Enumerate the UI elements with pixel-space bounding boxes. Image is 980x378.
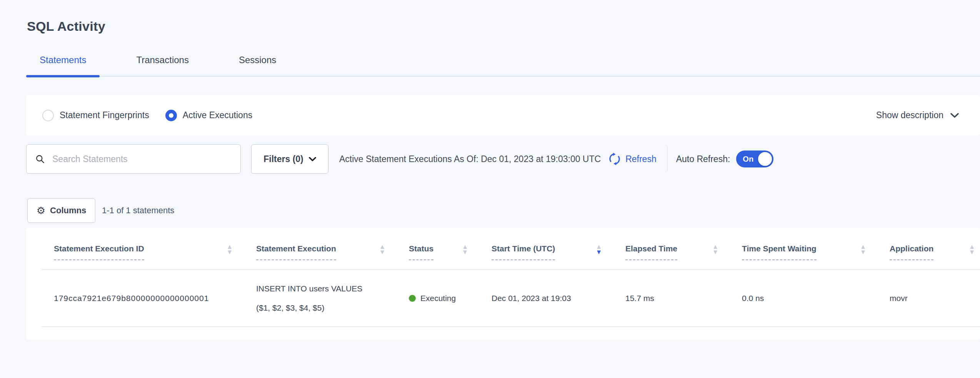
column-header-start-time[interactable]: Start Time (UTC) ▲▼ xyxy=(492,244,625,269)
toggle-knob-icon xyxy=(758,152,772,166)
auto-refresh-toggle[interactable]: On xyxy=(736,151,773,167)
sort-arrows-icon: ▲▼ xyxy=(463,244,467,254)
sort-arrows-icon: ▲▼ xyxy=(970,244,974,254)
view-mode-card: Statement Fingerprints Active Executions… xyxy=(26,95,980,135)
table-row: 179cca7921e679b80000000000000001 INSERT … xyxy=(42,270,980,327)
refresh-icon xyxy=(608,152,622,166)
search-input[interactable] xyxy=(52,154,237,165)
column-header-statement-execution[interactable]: Statement Execution ▲▼ xyxy=(256,244,409,269)
statements-table-card: Statement Execution ID ▲▼ Statement Exec… xyxy=(26,228,980,340)
filters-label: Filters (0) xyxy=(263,154,303,164)
result-count: 1-1 of 1 statements xyxy=(102,206,174,216)
radio-statement-fingerprints[interactable]: Statement Fingerprints xyxy=(42,110,149,121)
page-title: SQL Activity xyxy=(27,19,105,34)
view-mode-radio-group: Statement Fingerprints Active Executions xyxy=(42,110,252,121)
search-icon xyxy=(35,154,45,164)
sort-arrows-icon: ▲▼ xyxy=(713,244,717,254)
refresh-button[interactable]: Refresh xyxy=(608,152,657,166)
table-toolbar: ⚙ Columns 1-1 of 1 statements xyxy=(27,198,174,223)
cell-statement: INSERT INTO users VALUES ($1, $2, $3, $4… xyxy=(256,279,409,318)
chevron-down-icon xyxy=(309,157,316,162)
cell-execution-id: 179cca7921e679b80000000000000001 xyxy=(42,294,256,303)
cell-status: Executing xyxy=(409,294,492,303)
columns-label: Columns xyxy=(50,206,86,216)
column-header-statement-execution-id[interactable]: Statement Execution ID ▲▼ xyxy=(42,244,256,269)
show-description-toggle[interactable]: Show description xyxy=(876,110,959,120)
radio-label: Active Executions xyxy=(183,110,253,120)
as-of-label: Active Statement Executions As Of: Dec 0… xyxy=(339,154,601,164)
radio-circle-icon xyxy=(42,110,54,121)
refresh-label: Refresh xyxy=(625,154,657,164)
vertical-divider xyxy=(667,147,668,171)
column-header-elapsed-time[interactable]: Elapsed Time ▲▼ xyxy=(625,244,742,269)
tab-statements[interactable]: Statements xyxy=(26,55,100,76)
column-header-application[interactable]: Application ▲▼ xyxy=(890,244,980,269)
sort-arrows-icon: ▲▼ xyxy=(861,244,865,254)
table-header-row: Statement Execution ID ▲▼ Statement Exec… xyxy=(42,228,980,270)
search-box xyxy=(26,144,241,174)
cell-elapsed-time: 15.7 ms xyxy=(625,294,742,303)
sort-arrows-icon: ▲▼ xyxy=(380,244,384,254)
cell-time-spent-waiting: 0.0 ns xyxy=(742,294,890,303)
cell-start-time: Dec 01, 2023 at 19:03 xyxy=(492,294,625,303)
chevron-down-icon xyxy=(950,113,959,118)
auto-refresh-label: Auto Refresh: xyxy=(676,154,730,164)
radio-active-executions[interactable]: Active Executions xyxy=(165,110,253,121)
filters-button[interactable]: Filters (0) xyxy=(251,144,328,174)
gear-icon: ⚙ xyxy=(37,206,45,216)
tab-bar: Statements Transactions Sessions xyxy=(26,55,980,77)
tab-transactions[interactable]: Transactions xyxy=(123,55,202,76)
column-header-time-spent-waiting[interactable]: Time Spent Waiting ▲▼ xyxy=(742,244,890,269)
status-dot-icon xyxy=(409,295,416,302)
tab-sessions[interactable]: Sessions xyxy=(225,55,290,76)
column-header-status[interactable]: Status ▲▼ xyxy=(409,244,492,269)
show-description-label: Show description xyxy=(876,110,943,120)
radio-label: Statement Fingerprints xyxy=(60,110,149,120)
controls-row: Filters (0) Active Statement Executions … xyxy=(26,144,773,174)
columns-button[interactable]: ⚙ Columns xyxy=(27,198,95,223)
cell-application: movr xyxy=(890,294,980,303)
toggle-state-label: On xyxy=(743,155,753,164)
radio-selected-icon xyxy=(165,110,177,121)
sort-arrows-desc-icon: ▲▼ xyxy=(597,244,601,254)
sort-arrows-icon: ▲▼ xyxy=(228,244,232,254)
